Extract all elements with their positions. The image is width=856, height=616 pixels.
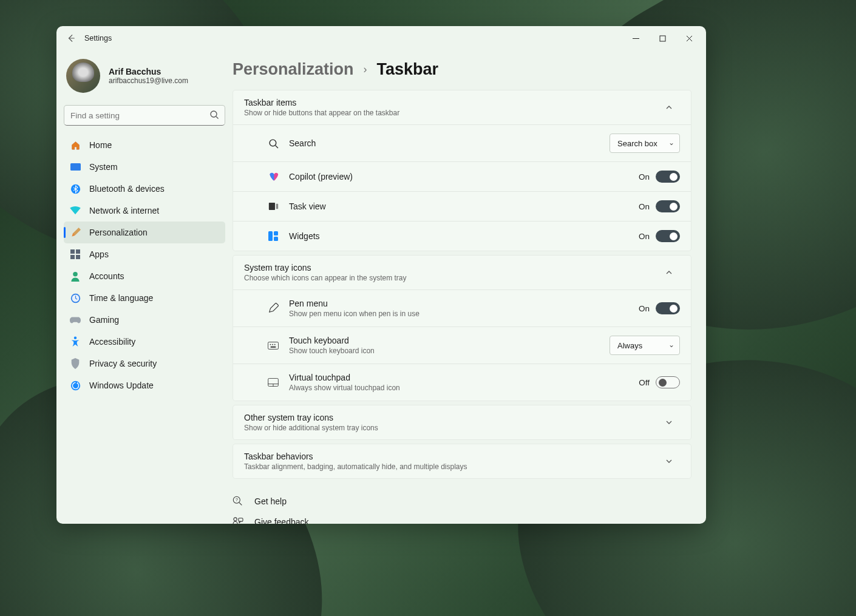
maximize-button[interactable] [649,29,676,48]
chevron-down-icon [665,419,680,426]
row-sublabel: Always show virtual touchpad icon [289,384,639,392]
sidebar-item-label: Gaming [89,315,119,325]
breadcrumb-parent[interactable]: Personalization [233,60,354,79]
profile-block[interactable]: Arif Bacchus arifbacchus19@live.com [64,50,225,104]
row-widgets: Widgets On [233,221,691,251]
search-dropdown[interactable]: Search box⌄ [610,134,680,153]
touchpad-toggle[interactable] [656,376,680,388]
sidebar-item-privacy[interactable]: Privacy & security [64,353,225,374]
svg-point-13 [270,140,276,146]
section-header-behaviors[interactable]: Taskbar behaviors Taskbar alignment, bad… [233,444,691,478]
sidebar-item-network[interactable]: Network & internet [64,200,225,222]
profile-name: Arif Bacchus [109,67,188,76]
sidebar-item-accessibility[interactable]: Accessibility [64,331,225,353]
sidebar-item-time[interactable]: Time & language [64,287,225,309]
sidebar-item-label: Privacy & security [89,359,157,368]
section-behaviors: Taskbar behaviors Taskbar alignment, bad… [233,444,691,479]
svg-point-27 [234,518,237,521]
sidebar-item-apps[interactable]: Apps [64,243,225,265]
sidebar-item-personalization[interactable]: Personalization [64,222,225,243]
touchpad-icon [267,376,279,388]
pen-toggle[interactable] [656,302,680,314]
sidebar-item-label: Bluetooth & devices [89,184,165,194]
sidebar-item-update[interactable]: Windows Update [64,374,225,396]
svg-point-11 [74,336,77,339]
svg-rect-5 [76,249,80,254]
section-taskbar-items: Taskbar items Show or hide buttons that … [233,90,691,251]
svg-rect-0 [660,36,665,41]
svg-rect-15 [276,204,277,209]
sidebar-item-label: Personalization [89,228,148,237]
section-title: System tray icons [244,263,665,272]
section-subtitle: Taskbar alignment, badging, automaticall… [244,462,665,471]
sidebar-item-bluetooth[interactable]: Bluetooth & devices [64,178,225,200]
section-title: Other system tray icons [244,413,665,422]
accessibility-icon [70,336,81,347]
sidebar-item-label: Apps [89,249,109,259]
section-other-tray: Other system tray icons Show or hide add… [233,405,691,440]
chevron-up-icon [665,269,680,276]
svg-text:?: ? [236,498,238,502]
settings-window: Settings Arif Bacchus arifbacchus19@live… [56,26,706,524]
minimize-button[interactable] [622,29,649,48]
search-input[interactable] [64,105,225,126]
section-header-taskbar-items[interactable]: Taskbar items Show or hide buttons that … [233,90,691,124]
svg-rect-18 [274,237,278,241]
toggle-state: On [639,172,650,181]
sidebar-item-label: System [89,162,118,172]
taskview-toggle[interactable] [656,200,680,212]
help-icon: ? [233,496,245,506]
apps-icon [70,249,81,260]
svg-rect-14 [268,203,274,210]
widgets-toggle[interactable] [656,230,680,242]
widgets-icon [267,230,279,242]
svg-rect-2 [70,163,81,171]
back-button[interactable] [60,27,82,49]
sidebar-item-home[interactable]: Home [64,134,225,156]
bluetooth-icon [70,183,81,194]
accounts-icon [70,271,81,282]
toggle-state: On [639,304,650,313]
svg-rect-19 [268,342,278,349]
toggle-state: On [639,232,650,241]
svg-rect-17 [274,231,278,235]
keyboard-dropdown[interactable]: Always⌄ [610,336,680,355]
network-icon [70,205,81,216]
profile-email: arifbacchus19@live.com [109,76,188,85]
row-label: Search [289,138,610,148]
avatar [66,59,100,93]
svg-point-8 [73,271,78,276]
section-header-other-tray[interactable]: Other system tray icons Show or hide add… [233,405,691,439]
sidebar-item-accounts[interactable]: Accounts [64,265,225,287]
home-icon [70,140,81,151]
row-label: Virtual touchpad [289,373,639,382]
close-button[interactable] [676,29,702,48]
row-label: Task view [289,201,639,211]
section-header-tray-icons[interactable]: System tray icons Choose which icons can… [233,256,691,289]
get-help-link[interactable]: ? Get help [233,491,691,511]
section-subtitle: Choose which icons can appear in the sys… [244,274,665,282]
svg-rect-4 [70,249,75,254]
copilot-toggle[interactable] [656,171,680,183]
section-title: Taskbar items [244,98,665,107]
sidebar-item-label: Accessibility [89,337,135,347]
section-tray-icons: System tray icons Choose which icons can… [233,255,691,401]
section-title: Taskbar behaviors [244,452,665,461]
row-label: Touch keyboard [289,336,610,345]
system-icon [70,161,81,172]
sidebar-item-gaming[interactable]: Gaming [64,309,225,331]
window-title: Settings [84,34,112,42]
search-box [64,105,225,126]
toggle-state: On [639,202,650,211]
sidebar-item-system[interactable]: System [64,156,225,178]
svg-rect-28 [239,518,243,521]
footer-links: ? Get help Give feedback [233,491,691,524]
gaming-icon [70,314,81,325]
row-pen-menu: Pen menu Show pen menu icon when pen is … [233,289,691,327]
svg-rect-6 [70,255,75,259]
copilot-icon [267,171,279,183]
sidebar: Arif Bacchus arifbacchus19@live.com Home… [56,50,233,524]
give-feedback-link[interactable]: Give feedback [233,512,691,524]
row-touch-keyboard: Touch keyboard Show touch keyboard icon … [233,327,691,364]
svg-rect-23 [271,346,276,347]
